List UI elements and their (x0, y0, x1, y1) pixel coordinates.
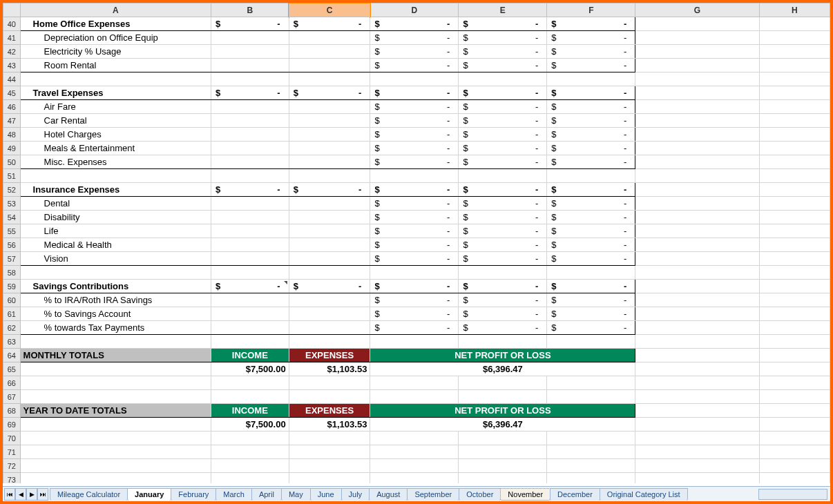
row-73[interactable]: 73 (3, 473, 21, 484)
tab-september[interactable]: September (407, 488, 459, 501)
prev-tab-button[interactable]: ◀ (15, 488, 26, 501)
row-67[interactable]: 67 (3, 390, 21, 404)
last-tab-button[interactable]: ⏭ (37, 488, 48, 501)
row-70[interactable]: 70 (3, 432, 21, 445)
cell[interactable] (289, 59, 370, 72)
section-title[interactable]: Savings Contributions (20, 280, 211, 293)
tab-march[interactable]: March (216, 488, 252, 501)
cell[interactable] (370, 45, 459, 59)
row-45[interactable]: 45 (3, 86, 21, 100)
tab-february[interactable]: February (171, 488, 216, 501)
income-header[interactable]: INCOME (211, 404, 289, 418)
row-58[interactable]: 58 (3, 266, 21, 280)
row-71[interactable]: 71 (3, 445, 21, 459)
cell[interactable] (459, 31, 547, 45)
row-53[interactable]: 53 (3, 197, 21, 211)
col-G[interactable]: G (635, 3, 759, 17)
row-57[interactable]: 57 (3, 252, 21, 266)
row-51[interactable]: 51 (3, 169, 21, 183)
cell[interactable] (759, 45, 830, 59)
row-54[interactable]: 54 (3, 211, 21, 224)
ytd-expenses-value[interactable]: $1,103.53 (289, 418, 370, 432)
row-66[interactable]: 66 (3, 376, 21, 390)
ytd-net-value[interactable]: $6,396.47 (370, 418, 635, 432)
row-50[interactable]: 50 (3, 155, 21, 169)
col-E[interactable]: E (459, 3, 547, 17)
cell[interactable] (211, 17, 289, 31)
row-59[interactable]: 59 (3, 280, 21, 293)
col-B[interactable]: B (211, 3, 289, 17)
cell[interactable] (370, 59, 459, 72)
row-52[interactable]: 52 (3, 183, 21, 197)
section-title[interactable]: Travel Expenses (20, 86, 211, 100)
netprofit-header[interactable]: NET PROFIT OR LOSS (370, 349, 635, 362)
cell[interactable] (211, 31, 289, 45)
select-all[interactable] (3, 3, 21, 17)
horizontal-scrollbar[interactable] (758, 489, 827, 500)
cell[interactable] (289, 31, 370, 45)
first-tab-button[interactable]: ⏮ (4, 488, 15, 501)
row-72[interactable]: 72 (3, 459, 21, 473)
row-44[interactable]: 44 (3, 72, 21, 86)
cell[interactable]: Depreciation on Office Equip (20, 31, 211, 45)
col-H[interactable]: H (759, 3, 830, 17)
cell[interactable] (635, 59, 759, 72)
cell[interactable] (547, 31, 635, 45)
cell[interactable] (370, 17, 459, 31)
row-49[interactable]: 49 (3, 142, 21, 155)
col-D[interactable]: D (370, 3, 459, 17)
row-55[interactable]: 55 (3, 224, 21, 238)
tab-june[interactable]: June (310, 488, 342, 501)
tab-november[interactable]: November (500, 488, 550, 501)
cell[interactable] (459, 59, 547, 72)
cell[interactable] (547, 59, 635, 72)
tab-may[interactable]: May (281, 488, 311, 501)
col-F[interactable]: F (547, 3, 635, 17)
monthly-expenses-value[interactable]: $1,103.53 (289, 362, 370, 376)
monthly-net-value[interactable]: $6,396.47 (370, 362, 635, 376)
tab-october[interactable]: October (459, 488, 501, 501)
cell[interactable] (635, 31, 759, 45)
row-68[interactable]: 68 (3, 404, 21, 418)
row-65[interactable]: 65 (3, 362, 21, 376)
row-46[interactable]: 46 (3, 100, 21, 114)
expenses-header[interactable]: EXPENSES (289, 349, 370, 362)
monthly-income-value[interactable]: $7,500.00 (211, 362, 289, 376)
row-60[interactable]: 60 (3, 293, 21, 307)
cell[interactable] (289, 45, 370, 59)
row-69[interactable]: 69 (3, 418, 21, 432)
col-A[interactable]: A (20, 3, 211, 17)
cell[interactable] (635, 17, 759, 31)
cell[interactable] (459, 45, 547, 59)
row-43[interactable]: 43 (3, 59, 21, 72)
row-64[interactable]: 64 (3, 349, 21, 362)
cell[interactable] (547, 17, 635, 31)
ytd-totals-label[interactable]: YEAR TO DATE TOTALS (20, 404, 211, 418)
expenses-header[interactable]: EXPENSES (289, 404, 370, 418)
tab-december[interactable]: December (550, 488, 600, 501)
cell[interactable] (370, 31, 459, 45)
cell[interactable]: Room Rental (20, 59, 211, 72)
income-header[interactable]: INCOME (211, 349, 289, 362)
netprofit-header[interactable]: NET PROFIT OR LOSS (370, 404, 635, 418)
next-tab-button[interactable]: ▶ (26, 488, 37, 501)
row-56[interactable]: 56 (3, 238, 21, 252)
cell[interactable] (759, 31, 830, 45)
row-47[interactable]: 47 (3, 114, 21, 128)
row-48[interactable]: 48 (3, 128, 21, 142)
col-C[interactable]: C (289, 3, 370, 17)
row-42[interactable]: 42 (3, 45, 21, 59)
cell[interactable] (635, 45, 759, 59)
cell[interactable] (289, 17, 370, 31)
cell[interactable] (211, 59, 289, 72)
cell[interactable] (547, 45, 635, 59)
section-title[interactable]: Home Office Expenses (20, 17, 211, 31)
cell[interactable] (459, 17, 547, 31)
ytd-income-value[interactable]: $7,500.00 (211, 418, 289, 432)
cell[interactable] (759, 59, 830, 72)
tab-august[interactable]: August (369, 488, 408, 501)
cell[interactable] (211, 45, 289, 59)
tab-april[interactable]: April (251, 488, 282, 501)
tab-july[interactable]: July (341, 488, 370, 501)
row-62[interactable]: 62 (3, 321, 21, 335)
